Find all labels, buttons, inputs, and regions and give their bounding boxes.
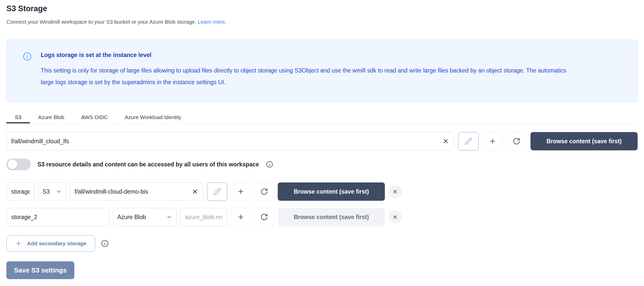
- x-icon: [392, 189, 398, 194]
- clear-primary-resource-button[interactable]: [441, 137, 450, 146]
- primary-resource-input-wrap: [6, 132, 454, 150]
- secondary-storage-2-resource-input[interactable]: [180, 208, 227, 226]
- secondary-storage-1-type-value: S3: [43, 188, 50, 195]
- refresh-icon: [260, 188, 268, 195]
- secondary-storage-row-1: S3: [6, 182, 638, 201]
- edit-secondary-storage-1-resource-button[interactable]: [207, 182, 227, 201]
- toggle-knob: [8, 160, 17, 169]
- secondary-storage-1-resource-input[interactable]: [70, 182, 203, 201]
- browse-secondary-storage-1-content-button[interactable]: Browse content (save first): [278, 182, 385, 201]
- add-secondary-storage-row: Add secondary storage: [6, 235, 638, 252]
- plus-icon: [237, 213, 245, 221]
- create-primary-resource-button[interactable]: [483, 132, 502, 150]
- logs-storage-info-banner: Logs storage is set at the instance leve…: [6, 40, 638, 102]
- primary-resource-input[interactable]: [6, 132, 454, 150]
- page-title: S3 Storage: [6, 4, 638, 13]
- s3-storage-settings-page: S3 Storage Connect your Windmill workspa…: [0, 0, 644, 286]
- workspace-access-toggle-row: S3 resource details and content can be a…: [6, 159, 638, 170]
- workspace-access-toggle[interactable]: [6, 159, 31, 170]
- refresh-secondary-storage-1-resource-button[interactable]: [254, 182, 274, 201]
- refresh-icon: [260, 213, 268, 221]
- learn-more-link[interactable]: Learn more: [198, 19, 225, 25]
- tab-azure-blob[interactable]: Azure Blob: [30, 112, 73, 123]
- alert-title: Logs storage is set at the instance leve…: [41, 52, 570, 59]
- add-secondary-storage-label: Add secondary storage: [27, 240, 86, 247]
- tab-azure-workload-identity[interactable]: Azure Workload Identity: [116, 112, 190, 123]
- pencil-icon: [213, 188, 221, 195]
- primary-storage-row: Browse content (save first): [6, 132, 638, 150]
- secondary-storage-2-resource-wrap: [180, 208, 227, 226]
- secondary-storage-1-name-input[interactable]: [6, 182, 35, 201]
- x-icon: [442, 138, 449, 145]
- alert-content: Logs storage is set at the instance leve…: [41, 52, 570, 88]
- plus-icon: [237, 188, 245, 195]
- plus-icon: [15, 240, 22, 247]
- info-icon[interactable]: [266, 161, 273, 168]
- x-icon: [192, 188, 198, 195]
- create-secondary-storage-2-resource-button[interactable]: [231, 208, 251, 226]
- x-icon: [392, 214, 398, 220]
- refresh-secondary-storage-2-resource-button[interactable]: [254, 208, 274, 226]
- secondary-storage-2-name-input[interactable]: [6, 208, 109, 226]
- remove-secondary-storage-1-button[interactable]: [388, 185, 402, 198]
- page-description-period: .: [225, 19, 227, 25]
- pencil-icon: [465, 137, 472, 145]
- secondary-storage-row-2: Azure Blob Bro: [6, 208, 638, 226]
- remove-secondary-storage-2-button[interactable]: [388, 210, 402, 224]
- plus-icon: [489, 137, 496, 145]
- page-description-text: Connect your Windmill workspace to your …: [6, 19, 196, 25]
- add-secondary-storage-button[interactable]: Add secondary storage: [6, 235, 95, 252]
- clear-secondary-storage-1-resource-button[interactable]: [191, 187, 199, 196]
- create-secondary-storage-1-resource-button[interactable]: [231, 182, 251, 201]
- secondary-storage-2-type-value: Azure Blob: [117, 214, 146, 221]
- tab-aws-oidc[interactable]: AWS OIDC: [73, 112, 116, 123]
- secondary-storage-1-type-select[interactable]: S3: [38, 182, 66, 201]
- chevron-down-icon: [56, 189, 62, 195]
- browse-primary-content-button[interactable]: Browse content (save first): [530, 132, 638, 150]
- info-icon: [22, 52, 32, 88]
- tab-s3[interactable]: S3: [6, 112, 30, 123]
- refresh-primary-resource-button[interactable]: [507, 132, 526, 150]
- storage-type-tabs: S3 Azure Blob AWS OIDC Azure Workload Id…: [6, 112, 638, 123]
- refresh-icon: [513, 137, 520, 145]
- edit-primary-resource-button[interactable]: [458, 132, 479, 150]
- secondary-storage-2-type-select[interactable]: Azure Blob: [113, 208, 177, 226]
- browse-secondary-storage-2-content-button: Browse content (save first): [278, 208, 385, 226]
- page-description: Connect your Windmill workspace to your …: [6, 19, 638, 25]
- workspace-access-toggle-label: S3 resource details and content can be a…: [37, 161, 259, 168]
- secondary-storage-1-resource-wrap: [70, 182, 203, 201]
- save-s3-settings-button[interactable]: Save S3 settings: [6, 261, 74, 279]
- alert-body: This setting is only for storage of larg…: [41, 65, 570, 88]
- info-icon[interactable]: [101, 239, 109, 248]
- chevron-down-icon: [166, 214, 172, 220]
